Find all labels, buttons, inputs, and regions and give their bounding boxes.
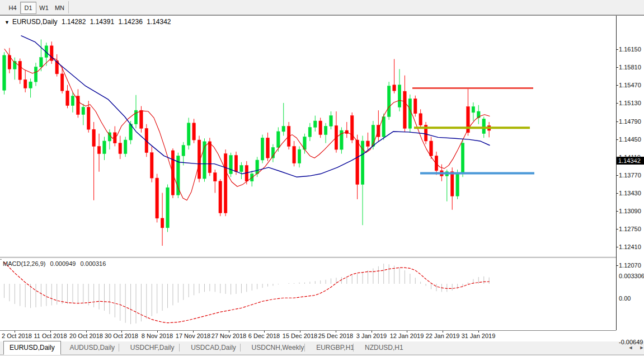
price-scale-label: 1.12410 bbox=[619, 243, 641, 250]
candle bbox=[314, 121, 317, 127]
candle bbox=[219, 181, 222, 213]
macd-scale-label: 0.003306 bbox=[619, 273, 644, 279]
candle bbox=[97, 146, 101, 153]
candle bbox=[435, 156, 438, 170]
candle bbox=[224, 154, 227, 213]
candle bbox=[356, 140, 359, 184]
candle bbox=[256, 160, 259, 174]
price-scale-label: 1.16150 bbox=[619, 46, 641, 53]
candle bbox=[398, 85, 401, 107]
timeframe-button-h4[interactable]: H4 bbox=[4, 2, 21, 14]
date-label: 3 Jan 2019 bbox=[356, 332, 387, 339]
candle bbox=[456, 174, 459, 196]
macd-scale-label: -0.00649 bbox=[619, 339, 643, 345]
price-tick bbox=[616, 67, 618, 68]
candle bbox=[414, 99, 417, 113]
price-scale-label: 1.13770 bbox=[619, 172, 641, 179]
macd-scale-label: 0.00 bbox=[619, 295, 631, 302]
candle bbox=[319, 121, 322, 135]
macd-main-value: 0.000949 bbox=[50, 260, 76, 267]
candle bbox=[60, 74, 64, 91]
price-tick bbox=[616, 229, 618, 229]
date-label: 25 Dec 2018 bbox=[318, 332, 353, 339]
ohlc-close: 1.14342 bbox=[147, 18, 171, 26]
candle bbox=[229, 155, 233, 174]
candle bbox=[450, 172, 454, 196]
candle bbox=[151, 153, 154, 178]
date-label: 11 Oct 2018 bbox=[34, 332, 67, 339]
price-axis-line bbox=[616, 16, 617, 330]
date-label: 12 Jan 2019 bbox=[390, 332, 424, 339]
candle bbox=[324, 126, 327, 134]
chart-title: ▼EURUSD,Daily 1.14282 1.14391 1.14236 1.… bbox=[4, 18, 173, 26]
candle bbox=[3, 55, 6, 90]
macd-signal-line bbox=[4, 263, 490, 323]
candle bbox=[366, 141, 370, 146]
candle bbox=[166, 188, 170, 228]
date-label: 17 Nov 2018 bbox=[176, 332, 210, 339]
timeframe-button-mn[interactable]: MN bbox=[51, 2, 68, 14]
tab-separator bbox=[353, 344, 354, 352]
price-tick bbox=[616, 175, 618, 176]
price-scale-label: 1.15130 bbox=[619, 100, 641, 106]
candle bbox=[240, 165, 243, 171]
date-axis[interactable]: 2 Oct 201811 Oct 201820 Oct 201830 Oct 2… bbox=[0, 331, 616, 341]
tab-separator bbox=[119, 344, 119, 352]
candle bbox=[461, 143, 464, 174]
price-tick bbox=[616, 157, 618, 158]
timeframe-button-w1[interactable]: W1 bbox=[36, 2, 52, 14]
date-label: 22 Jan 2019 bbox=[426, 332, 460, 339]
symbol-tab-usdcad[interactable]: USDCAD,Daily bbox=[185, 341, 242, 354]
price-tick bbox=[616, 247, 618, 247]
candle bbox=[187, 123, 190, 146]
candle bbox=[387, 86, 391, 117]
candle bbox=[403, 91, 407, 128]
candle bbox=[382, 116, 386, 137]
macd-indicator-canvas[interactable] bbox=[2, 259, 616, 330]
candle bbox=[182, 146, 185, 156]
price-tick bbox=[616, 265, 618, 266]
candle bbox=[140, 110, 143, 128]
price-scale-label: 1.13430 bbox=[619, 190, 641, 196]
price-tick bbox=[616, 211, 618, 212]
price-chart-canvas[interactable] bbox=[2, 17, 616, 257]
candle bbox=[23, 79, 27, 88]
timeframe-button-d1[interactable]: D1 bbox=[20, 2, 36, 14]
candle bbox=[29, 82, 32, 88]
price-scale-label: 1.14110 bbox=[619, 154, 641, 161]
candle bbox=[408, 99, 412, 128]
candle bbox=[34, 67, 37, 82]
symbol-tab-audusd[interactable]: AUDUSD,Daily bbox=[64, 341, 120, 354]
candle bbox=[66, 91, 69, 105]
symbol-tab-usdcnh[interactable]: USDCNH,Weekly bbox=[246, 341, 310, 354]
candle bbox=[103, 141, 106, 154]
toolbar-separator bbox=[68, 1, 69, 13]
candle bbox=[40, 58, 43, 67]
price-scale-label: 1.13090 bbox=[619, 208, 641, 214]
macd-name: MACD(12,26,9) bbox=[3, 260, 45, 267]
symbol-dropdown-icon[interactable]: ▼ bbox=[4, 20, 10, 25]
price-scale-label: 1.14450 bbox=[619, 136, 641, 143]
chart-window: ▼EURUSD,Daily 1.14282 1.14391 1.14236 1.… bbox=[0, 15, 644, 342]
price-tick bbox=[616, 139, 618, 140]
price-tick bbox=[616, 103, 618, 104]
candle bbox=[82, 107, 85, 114]
candle bbox=[234, 155, 238, 171]
price-tick bbox=[616, 121, 618, 122]
price-scale-label: 1.14790 bbox=[619, 118, 641, 125]
tab-separator bbox=[304, 344, 305, 352]
price-tick bbox=[616, 49, 618, 50]
symbol-tab-nzdusd[interactable]: NZDUSD,H1 bbox=[359, 341, 409, 354]
candle bbox=[161, 218, 164, 228]
symbol-tab-eurusd[interactable]: EURUSD,Daily bbox=[3, 341, 61, 355]
symbol-tab-usdchf[interactable]: USDCHF,Daily bbox=[125, 341, 180, 354]
candle bbox=[124, 140, 127, 154]
candle bbox=[430, 141, 433, 156]
candle bbox=[156, 178, 159, 218]
candle bbox=[298, 149, 301, 163]
tab-separator bbox=[179, 344, 180, 352]
candle bbox=[18, 61, 22, 79]
candle bbox=[330, 116, 333, 127]
candle bbox=[87, 107, 90, 129]
symbol-tab-eurgbp[interactable]: EURGBP,H1 bbox=[311, 341, 360, 354]
